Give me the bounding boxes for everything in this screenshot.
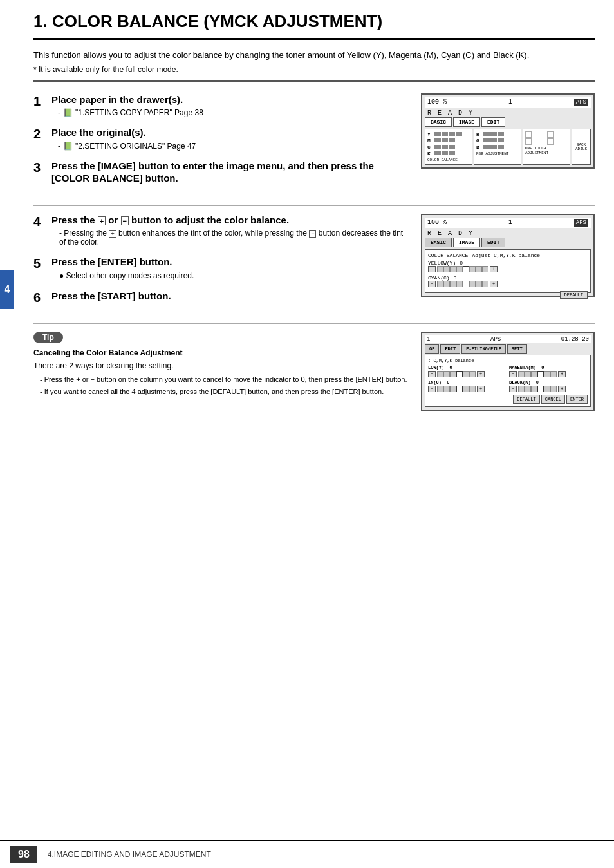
yc1: [437, 266, 443, 272]
ymck-rows: Y M: [427, 131, 470, 156]
cyan-plus[interactable]: +: [490, 281, 498, 287]
ymck-y-c3: [449, 132, 455, 136]
step-2: 2 Place the original(s). - 📗 "2.SETTING …: [33, 126, 411, 152]
k3-plus[interactable]: +: [558, 386, 566, 392]
screen-2-body: COLOR BALANCE Adjust C,M,Y,K balance YEL…: [425, 249, 591, 293]
y3c5: [463, 371, 469, 377]
cmyk-magenta-item: MAGENTA(M) 0 −: [509, 365, 588, 377]
screen-3-default-btn[interactable]: DEFAULT: [513, 395, 539, 404]
dash2: -: [58, 142, 60, 151]
k3c1: [518, 386, 525, 392]
yc4: [456, 266, 463, 272]
tip-badge: Tip: [33, 332, 63, 343]
y3-minus[interactable]: −: [428, 371, 436, 377]
screen-3-cancel-btn[interactable]: CANCEL: [541, 395, 565, 404]
c3-plus[interactable]: +: [477, 386, 485, 392]
steps-section-2: 4 Press the + or − button to adjust the …: [33, 214, 595, 313]
section-divider-2: [33, 323, 595, 324]
rgb-g-row: G: [476, 138, 519, 144]
screen-1-tab-image[interactable]: IMAGE: [453, 117, 480, 127]
book-icon: 📗: [63, 108, 73, 117]
k3c5: [544, 386, 550, 392]
yc8: [482, 266, 488, 272]
onetouch-label: ONE TOUCH ADJUSTMENT: [525, 146, 568, 155]
screen-2-tab-image[interactable]: IMAGE: [453, 238, 480, 247]
rgb-r-bar: [483, 132, 504, 136]
ymck-m-row: M: [427, 138, 470, 144]
step-5-bullet: ● Select other copy modes as required.: [59, 271, 411, 280]
minus-btn[interactable]: −: [121, 216, 129, 225]
screen-3-enter-btn[interactable]: ENTER: [566, 395, 588, 404]
screen-2-header: COLOR BALANCE Adjust C,M,Y,K balance: [428, 252, 588, 258]
k3c2: [525, 386, 531, 392]
cmyk-yellow-slider: − +: [428, 371, 507, 377]
screen-2-ready: R E A D Y: [425, 229, 591, 238]
c3-minus[interactable]: −: [428, 386, 436, 392]
screen-1-aps: APS: [574, 99, 588, 106]
step-2-sub-text: "2.SETTING ORIGINALS" Page 47: [75, 142, 196, 151]
screen-3-time: 01.28 20: [561, 336, 589, 343]
screen-2-arrow-label: Adjust C,M,Y,K balance: [472, 252, 540, 258]
yc7: [476, 266, 482, 272]
rgb-g-bar: [483, 138, 504, 142]
cmyk-magenta-label: MAGENTA(M) 0: [509, 365, 588, 370]
footer-page-num: 98: [10, 846, 37, 863]
chapter-tab: 4: [0, 270, 14, 309]
ymck-m-c2: [442, 138, 448, 142]
cmyk-grid: LOW(Y) 0 −: [428, 365, 588, 392]
screen-1-tab-basic[interactable]: BASIC: [425, 117, 452, 127]
screen-3-num: 1: [427, 336, 430, 343]
screen-2-tab-edit[interactable]: EDIT: [481, 238, 505, 247]
rgb-r-row: R: [476, 131, 519, 137]
rgb-g-c2: [490, 138, 497, 142]
screen-3-tab-ge[interactable]: GE: [425, 344, 439, 354]
step-2-num: 2: [33, 126, 48, 142]
m3-plus[interactable]: +: [558, 371, 566, 377]
y3c1: [437, 371, 443, 377]
rgb-b-c3: [498, 145, 504, 149]
k3c6: [550, 386, 557, 392]
book-icon-2: 📗: [63, 142, 73, 151]
screen-3-tab-efiling[interactable]: E-FILING/FILE: [461, 344, 506, 354]
cyan-minus[interactable]: −: [428, 281, 436, 287]
y3-plus[interactable]: +: [477, 371, 485, 377]
y3c3: [450, 371, 456, 377]
screen-1-tabs: BASIC IMAGE EDIT: [425, 117, 591, 127]
ymck-k-c2: [442, 151, 448, 155]
ymck-c-c2: [442, 145, 448, 149]
screen-1-tab-edit[interactable]: EDIT: [481, 117, 505, 127]
minus-note: −: [309, 230, 316, 238]
y3c6: [469, 371, 476, 377]
or-text: or: [108, 214, 118, 225]
screen-3-wrapper: 1 APS 01.28 20 GE EDIT E-FILING/FILE SET…: [421, 332, 595, 411]
cmyk-black-label: BLACK(K) 0: [509, 380, 588, 385]
yc2: [443, 266, 450, 272]
plus-btn[interactable]: +: [98, 216, 106, 225]
screen-3-tab-edit[interactable]: EDIT: [440, 344, 460, 354]
rgb-b-row: B: [476, 144, 519, 150]
cc4: [456, 281, 463, 287]
m3-minus[interactable]: −: [509, 371, 517, 377]
yellow-header: YELLOW(Y) 0: [428, 260, 588, 266]
rgb-b-c2: [490, 145, 497, 149]
screen-1-wrapper: 100 % 1 APS R E A D Y BASIC IMAGE EDIT: [421, 93, 595, 195]
ot-icon-4: [547, 138, 554, 145]
yellow-plus[interactable]: +: [490, 266, 498, 272]
plus-note: +: [109, 230, 116, 238]
screen-3-tab-sett[interactable]: SETT: [507, 344, 527, 354]
screen-2-num: 1: [508, 219, 512, 226]
y3c2: [443, 371, 450, 377]
ymck-y-c2: [442, 132, 448, 136]
ymck-k-bar: [434, 151, 455, 155]
m3c6: [550, 371, 557, 377]
cc3: [450, 281, 456, 287]
m3c1: [518, 371, 525, 377]
step-4-content: Press the + or − button to adjust the co…: [51, 214, 411, 249]
page-title: 1. COLOR BALANCE (YMCK ADJUSTMENT): [33, 0, 595, 40]
k3-minus[interactable]: −: [509, 386, 517, 392]
rgb-r-label: R: [476, 131, 481, 137]
yellow-minus[interactable]: −: [428, 266, 436, 272]
screen-3-tabs: GE EDIT E-FILING/FILE SETT: [425, 344, 591, 354]
screen-2-tab-basic[interactable]: BASIC: [425, 238, 452, 247]
default-button[interactable]: DEFAULT: [560, 291, 588, 299]
